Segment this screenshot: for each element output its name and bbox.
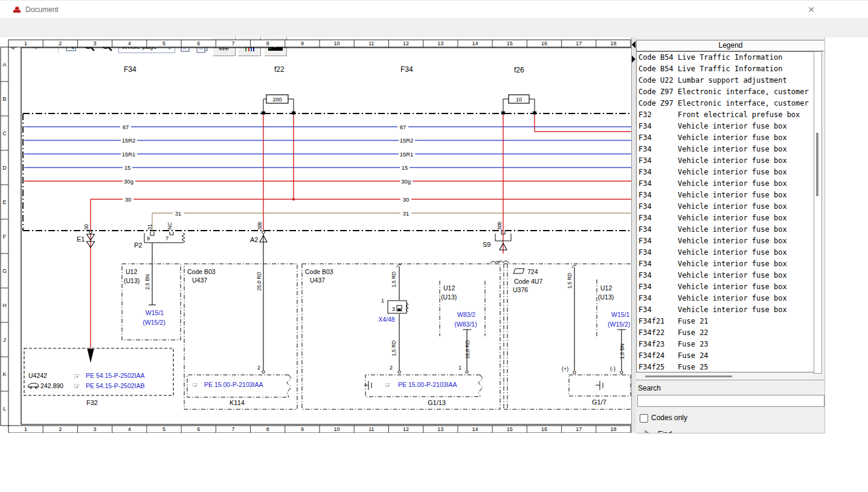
component-p2[interactable]: 9 7 P2 31 NC xyxy=(134,222,185,305)
legend-entry-desc: Front electrical prefuse box xyxy=(678,110,800,119)
legend-entry[interactable]: F34Vehicle interior fuse box xyxy=(637,281,814,293)
link-x448[interactable]: X4/48 xyxy=(378,316,395,323)
legend-entry[interactable]: F34f24Fuse 24 xyxy=(637,350,814,362)
legend-entry-desc: Vehicle interior fuse box xyxy=(678,179,787,188)
collapse-right-icon[interactable] xyxy=(632,56,635,63)
legend-entry[interactable]: F34Vehicle interior fuse box xyxy=(637,258,814,270)
fuse-f22[interactable]: 200 xyxy=(262,95,295,231)
svg-text:30g: 30g xyxy=(401,178,411,185)
fuse-f26[interactable]: 10 xyxy=(501,95,536,254)
link-w15r-1[interactable]: W15/1 xyxy=(611,311,630,318)
link-w83-2[interactable]: W83/2 xyxy=(457,311,476,318)
codes-only-checkbox[interactable] xyxy=(640,414,648,423)
window-title: Document xyxy=(25,5,59,14)
legend-entry-code: F34 xyxy=(638,304,678,316)
ruler-bottom: 123456789101112131415161718 xyxy=(8,426,631,433)
vertical-scroll-thumb[interactable] xyxy=(816,133,818,196)
legend-entry[interactable]: F34Vehicle interior fuse box xyxy=(637,178,814,190)
legend-entry[interactable]: Code Z97Electronic interface, customer r… xyxy=(637,98,814,109)
legend-entry-desc: Vehicle interior fuse box xyxy=(678,305,787,314)
legend-entry-desc: Vehicle interior fuse box xyxy=(678,122,787,130)
svg-text:F32: F32 xyxy=(86,399,98,406)
link-w15r-2[interactable]: (W15/2) xyxy=(608,321,630,328)
legend-entry[interactable]: F34Vehicle interior fuse box xyxy=(637,270,814,281)
legend-entry[interactable]: F34Vehicle interior fuse box xyxy=(637,293,814,304)
legend-entry[interactable]: Code Z97Electronic interface, customer r… xyxy=(637,86,814,98)
legend-entry[interactable]: F32Front electrical prefuse box xyxy=(637,109,814,121)
svg-text:G1/13: G1/13 xyxy=(428,399,446,406)
legend-entry[interactable]: Code B54Live Traffic Information xyxy=(637,52,814,63)
legend-entry-code: Code B54 xyxy=(638,63,678,75)
component-s9[interactable]: 30b S9 xyxy=(483,222,511,263)
svg-text:E1: E1 xyxy=(77,235,85,243)
link-pe-2103-k114[interactable]: PE 15.00-P-2103IAA xyxy=(204,381,263,388)
legend-entry[interactable]: F34Vehicle interior fuse box xyxy=(637,155,814,167)
legend-panel: Legend Code B54Live Traffic InformationC… xyxy=(636,37,825,433)
ruler-mark: 11 xyxy=(368,40,374,46)
close-button[interactable]: ✕ xyxy=(805,4,818,16)
find-next-label: Find next xyxy=(658,430,672,433)
legend-entry[interactable]: Code U22Lumbar support adjustment xyxy=(637,75,814,86)
legend-entry[interactable]: F34f23Fuse 23 xyxy=(637,339,814,350)
legend-title: Legend xyxy=(636,40,825,51)
svg-text:A2: A2 xyxy=(250,236,258,243)
ruler-mark: 5 xyxy=(162,40,166,46)
svg-text:1,5 RD: 1,5 RD xyxy=(391,340,397,356)
link-pe-2502b[interactable]: PE 54.15-P-2502IAB xyxy=(86,382,144,389)
legend-entry-code: F34 xyxy=(638,235,678,247)
legend-entry-code: F32 xyxy=(638,109,678,121)
hand-icon: ☞ xyxy=(192,381,199,389)
legend-vertical-scrollbar[interactable] xyxy=(814,51,822,374)
connector-x448[interactable]: 1 3 X4/48 xyxy=(378,298,408,323)
ruler-mark: J xyxy=(3,337,6,343)
legend-entry[interactable]: F34Vehicle interior fuse box xyxy=(637,212,814,224)
link-pe-2502a[interactable]: PE 54.15-P-2502IAA xyxy=(86,372,144,379)
legend-entry-code: F34 xyxy=(638,212,678,224)
legend-entry-desc: Fuse 24 xyxy=(678,351,709,360)
svg-text:U4242: U4242 xyxy=(28,372,47,379)
link-pe-2103-g113[interactable]: PE 15.00-P-2103IAA xyxy=(398,381,457,388)
svg-text:U12: U12 xyxy=(126,268,137,275)
link-w83-1[interactable]: (W83/1) xyxy=(454,321,477,328)
ruler-mark: 17 xyxy=(576,426,582,432)
ruler-mark: 15 xyxy=(507,40,513,46)
legend-entry[interactable]: F34Vehicle interior fuse box xyxy=(637,224,814,235)
legend-entry[interactable]: F34Vehicle interior fuse box xyxy=(637,167,814,178)
legend-entry-desc: Vehicle interior fuse box xyxy=(678,133,787,142)
ruler-mark: 1 xyxy=(24,426,27,432)
legend-entry-code: F34 xyxy=(638,155,678,167)
wiring-diagram-canvas[interactable]: 123456789101112131415161718 123456789101… xyxy=(0,37,632,433)
component-e1[interactable]: 30 E1 xyxy=(77,224,95,363)
legend-entry[interactable]: F34f25Fuse 25 xyxy=(637,362,814,372)
legend-entry[interactable]: F34Vehicle interior fuse box xyxy=(637,121,814,132)
legend-entry-desc: Vehicle interior fuse box xyxy=(678,294,787,302)
ruler-mark: 16 xyxy=(541,40,547,46)
legend-entry-code: F34f22 xyxy=(638,327,678,339)
legend-entry[interactable]: Code B54Live Traffic Information xyxy=(637,63,814,75)
link-w15-2[interactable]: (W15/2) xyxy=(143,319,165,326)
legend-list[interactable]: Code B54Live Traffic InformationCode B54… xyxy=(636,51,814,372)
horizontal-scroll-thumb[interactable] xyxy=(645,375,732,377)
legend-entry[interactable]: F34f22Fuse 22 xyxy=(637,327,814,339)
legend-entry[interactable]: F34Vehicle interior fuse box xyxy=(637,201,814,212)
legend-horizontal-scrollbar[interactable] xyxy=(636,373,814,380)
legend-entry-desc: Fuse 23 xyxy=(678,340,709,348)
legend-entry[interactable]: F34f21Fuse 21 xyxy=(637,316,814,327)
search-input[interactable] xyxy=(637,395,825,407)
component-a2[interactable]: 30b A2 xyxy=(250,222,267,370)
legend-entry[interactable]: F34Vehicle interior fuse box xyxy=(637,132,814,144)
collapse-left-icon[interactable] xyxy=(632,41,635,48)
legend-entry[interactable]: F34Vehicle interior fuse box xyxy=(637,304,814,316)
app-icon xyxy=(12,5,22,17)
box-g113: ☞ PE 15.00-P-2103IAA G1/13 xyxy=(364,375,483,406)
ruler-mark: A xyxy=(2,62,6,68)
link-w15-1[interactable]: W15/1 xyxy=(146,309,164,316)
legend-entry[interactable]: F34Vehicle interior fuse box xyxy=(637,190,814,201)
find-next-button[interactable]: Find next xyxy=(638,428,654,433)
legend-entry[interactable]: F34Vehicle interior fuse box xyxy=(637,247,814,258)
title-bar: Document ✕ xyxy=(0,0,868,19)
legend-entry[interactable]: F34Vehicle interior fuse box xyxy=(637,144,814,155)
ruler-mark: 10 xyxy=(334,40,340,46)
legend-entry[interactable]: F34Vehicle interior fuse box xyxy=(637,235,814,247)
svg-text:15R2: 15R2 xyxy=(400,137,414,144)
